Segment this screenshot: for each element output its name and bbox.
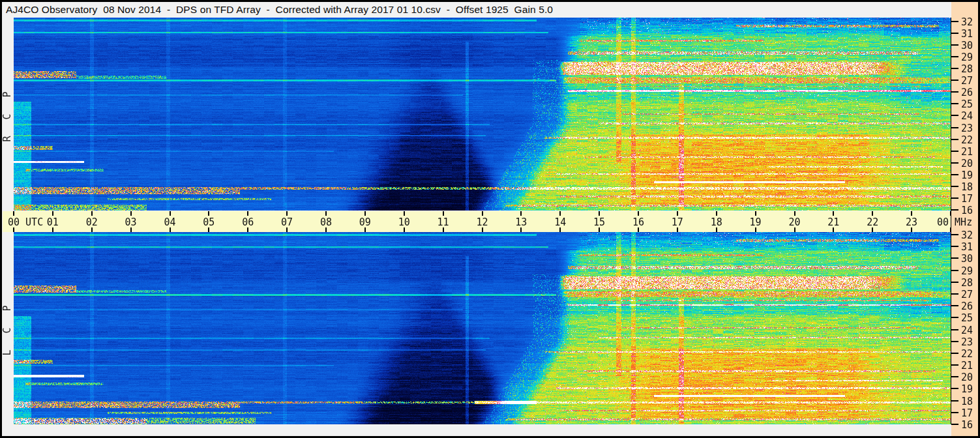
freq-tick	[951, 162, 958, 164]
freq-tick-label: 17	[961, 407, 978, 419]
time-tick	[404, 227, 405, 232]
freq-tick-label: 25	[961, 98, 978, 110]
time-tick	[520, 211, 522, 216]
time-tick-label: 23	[900, 216, 923, 227]
freq-tick-label: 19	[961, 169, 978, 181]
freq-tick-label: 17	[961, 193, 978, 205]
time-tick	[325, 211, 327, 216]
time-tick	[716, 227, 717, 232]
freq-tick	[951, 257, 958, 259]
time-tick	[911, 227, 912, 232]
freq-tick-label: 27	[961, 289, 978, 300]
time-tick	[325, 227, 327, 232]
freq-tick	[951, 305, 958, 306]
freq-tick-label: 26	[961, 87, 978, 98]
freq-tick	[951, 56, 958, 57]
time-tick	[755, 227, 756, 232]
freq-tick	[951, 341, 958, 342]
time-tick-label: 08	[314, 216, 338, 227]
freq-tick	[951, 127, 958, 128]
freq-tick	[951, 282, 958, 283]
time-tick	[794, 211, 795, 216]
lcp-polarization-label: L C P	[0, 289, 14, 367]
freq-tick	[951, 412, 958, 413]
time-tick	[638, 211, 639, 216]
time-tick	[872, 211, 873, 216]
time-tick-label: 00 MHz	[937, 216, 972, 227]
freq-tick	[951, 21, 958, 22]
time-tick	[443, 227, 444, 232]
time-tick	[638, 227, 639, 232]
time-tick	[130, 211, 132, 216]
spectrogram-lcp-canvas	[14, 232, 951, 424]
time-tick	[170, 227, 171, 232]
time-tick-label: 14	[548, 216, 572, 227]
time-tick	[599, 211, 600, 216]
freq-tick-label: 27	[961, 75, 978, 87]
freq-tick-label: 26	[961, 300, 978, 312]
time-tick	[208, 227, 209, 232]
time-tick	[170, 211, 171, 216]
freq-tick	[951, 317, 958, 318]
freq-tick	[951, 44, 958, 46]
time-tick	[482, 211, 483, 216]
time-tick-label: 06	[236, 216, 260, 227]
freq-tick-label: 24	[961, 325, 978, 336]
time-tick	[872, 227, 873, 232]
time-tick-label: 20	[783, 216, 807, 227]
freq-tick	[951, 139, 958, 140]
freq-tick-label: 21	[961, 360, 978, 372]
time-tick	[520, 227, 522, 232]
time-tick	[482, 227, 483, 232]
time-tick	[52, 211, 53, 216]
freq-tick-label: 28	[961, 277, 978, 289]
time-tick	[911, 211, 912, 216]
freq-tick-label: 16	[961, 419, 978, 431]
time-tick	[599, 227, 600, 232]
time-tick	[404, 211, 405, 216]
time-tick	[443, 211, 444, 216]
freq-tick	[951, 209, 958, 211]
freq-tick	[951, 186, 958, 187]
freq-tick	[951, 246, 958, 247]
time-tick-label: 03	[119, 216, 143, 227]
freq-tick	[951, 400, 958, 402]
plot-right-border	[951, 18, 951, 424]
freq-tick	[951, 388, 958, 389]
time-tick-label: 19	[744, 216, 767, 227]
freq-tick	[951, 91, 958, 93]
freq-tick	[951, 80, 958, 81]
freq-tick	[951, 329, 958, 330]
freq-tick-label: 28	[961, 63, 978, 75]
freq-tick-label: 23	[961, 123, 978, 134]
time-tick-label: 07	[275, 216, 299, 227]
time-tick-label: 13	[509, 216, 533, 227]
freq-tick	[951, 103, 958, 104]
spectrogram-rcp-canvas	[14, 18, 951, 211]
freq-tick	[951, 115, 958, 116]
time-tick-label: 11	[432, 216, 455, 227]
time-tick-label: 10	[393, 216, 416, 227]
time-tick	[208, 211, 209, 216]
time-tick	[13, 211, 14, 216]
freq-tick-label: 31	[961, 28, 978, 40]
freq-tick	[951, 197, 958, 199]
freq-tick-label: 23	[961, 336, 978, 348]
freq-tick-label: 31	[961, 241, 978, 253]
freq-tick-label: 20	[961, 372, 978, 383]
freq-tick	[951, 376, 958, 377]
freq-tick	[951, 234, 958, 235]
freq-tick	[951, 174, 958, 175]
freq-tick	[951, 353, 958, 354]
time-tick-label: 05	[197, 216, 220, 227]
freq-tick-label: 22	[961, 348, 978, 360]
time-tick	[677, 227, 678, 232]
freq-tick-label: 16	[961, 205, 978, 216]
time-tick-label: 22	[861, 216, 884, 227]
time-tick-label: 00 UTC	[8, 216, 43, 227]
freq-tick-label: 20	[961, 158, 978, 169]
time-tick	[286, 227, 288, 232]
freq-tick-label: 29	[961, 265, 978, 277]
time-tick	[91, 227, 93, 232]
time-tick-label: 02	[80, 216, 104, 227]
